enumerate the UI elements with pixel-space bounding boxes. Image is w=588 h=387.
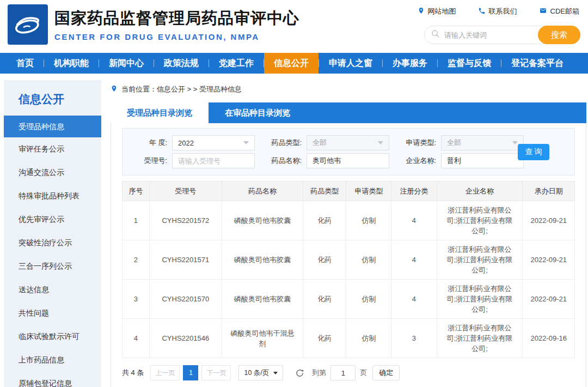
acceptance-no-input[interactable] xyxy=(172,153,255,168)
table-cell: 化药 xyxy=(303,201,346,240)
sidebar-item-10[interactable]: 上市药品信息 xyxy=(4,348,101,372)
drug-name-input[interactable] xyxy=(307,153,389,168)
search-button[interactable]: 搜索 xyxy=(538,26,580,44)
main-nav: 首页机构职能新闻中心政策法规党建工作信息公开申请人之窗办事服务监督与反馈登记备案… xyxy=(0,53,588,74)
site-subtitle: CENTER FOR DRUG EVALUATION, NMPA xyxy=(54,32,299,41)
table-row: 3CYHS2201570磷酸奥司他韦胶囊化药仿制4浙江普利药业有限公司;浙江普利… xyxy=(122,280,575,319)
sidebar-item-4[interactable]: 优先审评公示 xyxy=(4,208,101,231)
tab-under-review-catalog[interactable]: 在审品种目录浏览 xyxy=(209,102,307,123)
company-label: 企业名称: xyxy=(396,156,436,166)
nav-supervision[interactable]: 监督与反馈 xyxy=(438,53,501,74)
contact-link-label: 联系我们 xyxy=(489,7,517,16)
table-cell: 磷酸奥司他韦胶囊 xyxy=(222,240,303,280)
mail-icon xyxy=(539,7,547,16)
cde-mail-link-label: CDE邮箱 xyxy=(550,7,579,16)
apply-type-select-value: 全部 xyxy=(447,138,512,148)
chevron-down-icon xyxy=(273,372,278,374)
table-cell: 磷酸奥司他韦胶囊 xyxy=(222,201,303,240)
column-header: 申请类型 xyxy=(346,182,391,201)
table-cell: 浙江普利药业有限公司;浙江普利药业有限公司; xyxy=(437,240,523,280)
chevron-down-icon xyxy=(378,141,383,144)
table-cell: CYHS2201546 xyxy=(149,319,222,358)
prev-page-button[interactable]: 上一页 xyxy=(150,365,180,380)
column-header: 受理号 xyxy=(149,182,222,201)
column-header: 承办日期 xyxy=(523,182,575,201)
map-pin-icon xyxy=(418,7,425,16)
sidebar-item-2[interactable]: 沟通交流公示 xyxy=(4,161,101,184)
drug-type-label: 药品类型: xyxy=(261,138,302,148)
page-unit-label: 页 xyxy=(360,368,367,378)
breadcrumb: 当前位置：信息公开 > > 受理品种信息 xyxy=(111,84,586,95)
top-links: 网站地图联系我们CDE邮箱 xyxy=(418,7,579,16)
nav-news[interactable]: 新闻中心 xyxy=(99,53,154,74)
table-cell: 浙江普利药业有限公司;浙江普利药业有限公司; xyxy=(437,280,523,319)
nav-party[interactable]: 党建工作 xyxy=(209,53,264,74)
table-cell: 磷酸奥司他韦干混悬剂 xyxy=(222,319,303,358)
nav-registration[interactable]: 登记备案平台 xyxy=(501,53,573,74)
goto-label: 到第 xyxy=(312,368,326,378)
cde-mail-link[interactable]: CDE邮箱 xyxy=(539,7,579,16)
nav-info-disclosure[interactable]: 信息公开 xyxy=(264,53,318,74)
search-input[interactable] xyxy=(440,31,538,39)
site-header: 国家药品监督管理局药品审评中心 CENTER FOR DRUG EVALUATI… xyxy=(0,0,588,53)
acceptance-no-label: 受理号: xyxy=(127,156,167,166)
search-icon xyxy=(431,29,440,40)
table-cell: 浙江普利药业有限公司;浙江普利药业有限公司; xyxy=(437,201,523,240)
filter-row-1: 年 度: 2022 药品类型: 全部 申请类型: 全部 xyxy=(127,135,570,150)
refresh-icon[interactable] xyxy=(295,368,304,378)
goto-page-input[interactable] xyxy=(330,365,356,380)
nav-functions[interactable]: 机构职能 xyxy=(44,53,99,74)
sidebar-item-9[interactable]: 临床试验默示许可 xyxy=(4,325,101,348)
table-cell: CYHS2201570 xyxy=(149,280,222,319)
sidebar-item-11[interactable]: 原辅包登记信息 xyxy=(4,372,101,387)
sidebar-item-5[interactable]: 突破性治疗公示 xyxy=(4,231,101,255)
page: 国家药品监督管理局药品审评中心 CENTER FOR DRUG EVALUATI… xyxy=(0,0,588,387)
year-select[interactable]: 2022 xyxy=(172,135,255,150)
sidebar-item-0[interactable]: 受理品种信息 xyxy=(4,116,101,137)
content-panel: 年 度: 2022 药品类型: 全部 申请类型: 全部 xyxy=(111,123,586,387)
sidebar-item-1[interactable]: 审评任务公示 xyxy=(4,137,101,161)
breadcrumb-text: 当前位置：信息公开 > > 受理品种信息 xyxy=(121,84,242,94)
sidebar-item-8[interactable]: 共性问题 xyxy=(4,301,101,325)
table-cell: 4 xyxy=(391,201,437,240)
column-header: 药品名称 xyxy=(222,182,303,201)
nav-applicant[interactable]: 申请人之窗 xyxy=(319,53,382,74)
sidebar-item-6[interactable]: 三合一序列公示 xyxy=(4,255,101,278)
drug-type-select-value: 全部 xyxy=(313,138,378,148)
table-cell: 1 xyxy=(122,201,150,240)
brand: 国家药品监督管理局药品审评中心 CENTER FOR DRUG EVALUATI… xyxy=(8,4,299,45)
nav-home[interactable]: 首页 xyxy=(7,53,44,74)
year-label: 年 度: xyxy=(127,138,167,148)
cde-logo-icon xyxy=(8,4,48,45)
company-input[interactable] xyxy=(441,153,524,168)
contact-link[interactable]: 联系我们 xyxy=(478,7,517,16)
table-cell: 4 xyxy=(122,319,150,358)
table-cell: 2 xyxy=(122,240,150,280)
nav-services[interactable]: 办事服务 xyxy=(383,53,437,74)
table-cell: 4 xyxy=(391,280,437,319)
page-number-button[interactable]: 1 xyxy=(183,365,198,380)
apply-type-select[interactable]: 全部 xyxy=(441,135,524,150)
main-content: 当前位置：信息公开 > > 受理品种信息 受理品种目录浏览在审品种目录浏览 年 … xyxy=(111,80,586,387)
pagination: 共 4 条 上一页 1 下一页 10 条/页 到第 页 确定 xyxy=(122,365,575,380)
drug-name-label: 药品名称: xyxy=(261,156,302,166)
table-cell: 浙江普利药业有限公司;浙江普利药业有限公司; xyxy=(437,319,523,358)
results-table: 序号受理号药品名称药品类型申请类型注册分类企业名称承办日期 1CYHS22015… xyxy=(122,181,575,358)
table-cell: 仿制 xyxy=(346,280,391,319)
sidebar-item-7[interactable]: 送达信息 xyxy=(4,278,101,301)
sitemap-link[interactable]: 网站地图 xyxy=(418,7,456,16)
page-size-select[interactable]: 10 条/页 xyxy=(238,365,283,380)
tab-bar: 受理品种目录浏览在审品种目录浏览 xyxy=(111,102,586,123)
drug-type-select[interactable]: 全部 xyxy=(307,135,389,150)
table-cell: 2022-09-16 xyxy=(523,319,575,358)
nav-policies[interactable]: 政策法规 xyxy=(154,53,209,74)
column-header: 注册分类 xyxy=(391,182,437,201)
query-button[interactable]: 查询 xyxy=(518,144,549,160)
table-cell: 仿制 xyxy=(346,240,391,280)
table-cell: 化药 xyxy=(303,319,346,358)
table-row: 4CYHS2201546磷酸奥司他韦干混悬剂化药仿制3浙江普利药业有限公司;浙江… xyxy=(122,319,575,358)
tab-accepted-catalog[interactable]: 受理品种目录浏览 xyxy=(111,102,209,123)
sidebar-item-3[interactable]: 特殊审批品种列表 xyxy=(4,184,101,208)
confirm-button[interactable]: 确定 xyxy=(372,365,400,380)
next-page-button[interactable]: 下一页 xyxy=(201,365,231,380)
